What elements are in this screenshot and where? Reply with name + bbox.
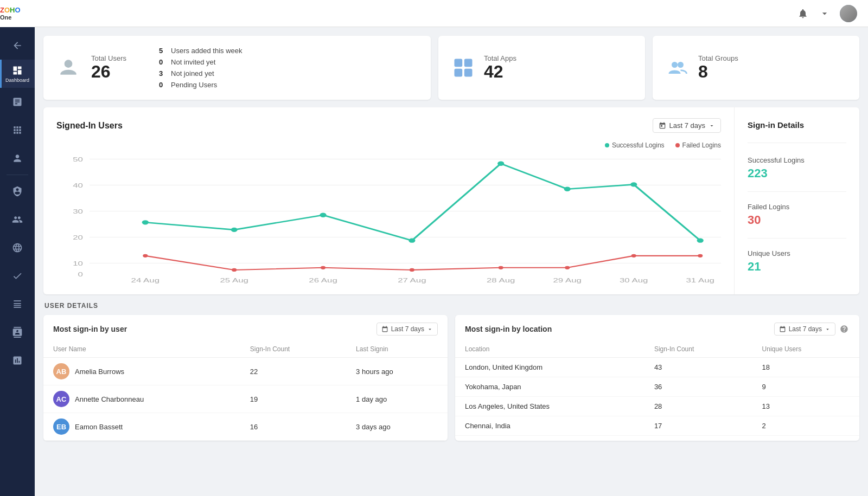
svg-point-24	[630, 182, 637, 186]
chevron-small-icon	[427, 326, 433, 332]
svg-point-27	[232, 268, 237, 272]
signin-user-date-filter[interactable]: Last 7 days	[376, 323, 438, 336]
signin-by-location-title: Most sign-in by location	[465, 325, 552, 333]
col-last-signin: Last Signin	[346, 341, 448, 358]
dashboard-icon	[12, 65, 23, 76]
svg-point-31	[565, 266, 570, 269]
sidebar-item-apps[interactable]	[0, 116, 35, 144]
sidebar-item-security[interactable]	[0, 262, 35, 290]
sidebar-item-store[interactable]	[0, 290, 35, 318]
sidebar: ZOHO One Dashboard	[0, 0, 35, 496]
svg-text:10: 10	[73, 260, 83, 267]
chart-date-label: Last 7 days	[669, 121, 706, 130]
web-icon	[12, 242, 23, 253]
svg-text:29 Aug: 29 Aug	[553, 277, 581, 284]
col-loc-signin-count: Sign-In Count	[644, 341, 752, 358]
help-icon[interactable]	[839, 324, 850, 334]
total-apps-icon	[451, 56, 475, 80]
admin-icon	[12, 186, 23, 197]
user-details-section: USER DETAILS Most sign-in by user Last 7…	[43, 302, 859, 441]
sidebar-logo: ZOHO One	[0, 0, 35, 27]
svg-point-21	[409, 239, 415, 243]
sidebar-nav: Dashboard	[0, 27, 35, 496]
svg-point-28	[321, 266, 326, 269]
sidebar-item-analytics[interactable]	[0, 346, 35, 375]
calendar-icon	[659, 122, 666, 130]
avatar: AB	[53, 363, 69, 379]
notification-icon[interactable]	[796, 7, 809, 20]
sidebar-item-users[interactable]	[0, 144, 35, 172]
table-row: London, United Kingdom 43 18	[455, 358, 859, 377]
users-icon	[12, 153, 23, 164]
total-apps-count: 42	[484, 62, 516, 81]
table-row: AB Amelia Burrows 22 3 hours ago	[43, 358, 448, 385]
sidebar-item-roles[interactable]	[0, 205, 35, 234]
page-wrapper: Total Users 26 5 Users added this week 0…	[35, 0, 868, 496]
svg-text:31 Aug: 31 Aug	[686, 277, 714, 284]
table-row: Chennai, India 17 2	[455, 416, 859, 436]
svg-rect-2	[464, 59, 473, 67]
successful-logins-stat: Successful Logins 223	[748, 156, 846, 181]
svg-text:26 Aug: 26 Aug	[309, 277, 337, 284]
chevron-down-icon	[709, 123, 715, 129]
sidebar-item-dashboard-label: Dashboard	[5, 78, 29, 83]
svg-text:30 Aug: 30 Aug	[620, 277, 648, 284]
sidebar-item-contacts[interactable]	[0, 318, 35, 346]
table-row: Los Angeles, United States 28 13	[455, 397, 859, 416]
sidebar-item-admin[interactable]	[0, 177, 35, 205]
total-groups-label: Total Groups	[698, 54, 738, 62]
sidebar-item-dashboard[interactable]: Dashboard	[0, 60, 35, 88]
table-row: AC Annette Charbonneau 19 1 day ago	[43, 385, 448, 413]
svg-text:30: 30	[73, 208, 83, 215]
avatar: AC	[53, 391, 69, 407]
chart-main: Signed-In Users Last 7 days Successful L…	[43, 107, 735, 294]
svg-point-19	[231, 228, 238, 232]
svg-text:0: 0	[78, 271, 83, 278]
calendar-icon-loc	[779, 326, 786, 333]
total-users-icon	[56, 56, 80, 80]
content-area: Total Users 26 5 Users added this week 0…	[35, 27, 868, 496]
signin-by-user-card: Most sign-in by user Last 7 days User Na…	[43, 315, 448, 441]
sidebar-item-back[interactable]	[0, 31, 35, 60]
total-apps-label: Total Apps	[484, 54, 516, 62]
signin-location-date-filter[interactable]: Last 7 days	[774, 323, 835, 336]
table-row: EB Eamon Bassett 16 3 days ago	[43, 413, 448, 441]
user-avatar-header[interactable]	[840, 5, 857, 22]
svg-text:50: 50	[73, 156, 83, 163]
reports-icon	[12, 96, 23, 107]
roles-icon	[12, 214, 23, 225]
svg-point-20	[320, 213, 326, 217]
total-users-label: Total Users	[91, 54, 126, 62]
chart-date-filter[interactable]: Last 7 days	[653, 118, 722, 133]
chart-side: Sign-in Details Successful Logins 223 Fa…	[735, 107, 859, 294]
unique-users-stat: Unique Users 21	[748, 249, 846, 274]
svg-text:28 Aug: 28 Aug	[487, 277, 515, 284]
top-cards: Total Users 26 5 Users added this week 0…	[43, 36, 859, 100]
legend-success-dot	[605, 143, 609, 147]
svg-text:24 Aug: 24 Aug	[131, 277, 159, 284]
legend-success: Successful Logins	[605, 141, 665, 149]
chart-header: Signed-In Users Last 7 days	[56, 118, 721, 133]
svg-point-22	[497, 162, 504, 166]
svg-point-30	[499, 266, 503, 269]
store-icon	[12, 299, 23, 310]
dropdown-icon[interactable]	[818, 7, 831, 20]
svg-point-29	[410, 268, 414, 272]
sidebar-item-reports[interactable]	[0, 88, 35, 116]
svg-rect-4	[464, 69, 473, 77]
divider-1	[748, 143, 846, 143]
total-users-card: Total Users 26 5 Users added this week 0…	[43, 36, 431, 100]
chevron-loc-icon	[825, 326, 831, 332]
signin-by-location-card: Most sign-in by location Last 7 days	[455, 315, 859, 441]
user-details-section-label: USER DETAILS	[43, 302, 859, 310]
signin-by-user-title: Most sign-in by user	[53, 325, 127, 333]
total-groups-card: Total Groups 8	[653, 36, 859, 100]
svg-text:25 Aug: 25 Aug	[220, 277, 248, 284]
sidebar-item-web[interactable]	[0, 234, 35, 262]
users-pending-row: 0 Pending Users	[159, 81, 242, 89]
svg-point-5	[672, 62, 678, 68]
signin-by-user-table: User Name Sign-In Count Last Signin AB A…	[43, 341, 448, 441]
svg-point-6	[678, 62, 684, 68]
chart-legend: Successful Logins Failed Logins	[56, 141, 721, 149]
total-users-count: 26	[91, 62, 126, 81]
